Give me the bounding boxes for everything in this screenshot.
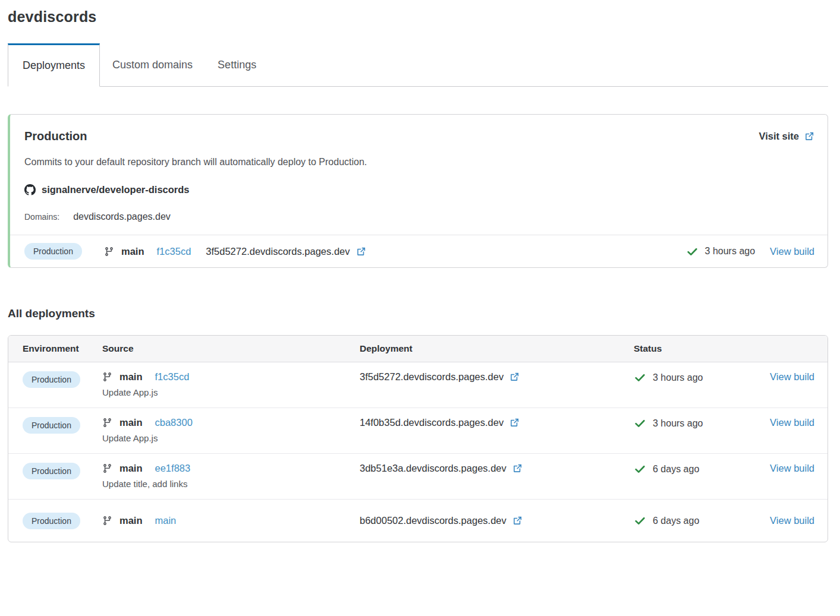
external-link-icon	[804, 131, 814, 141]
commit-link[interactable]: ee1f883	[155, 463, 191, 474]
deployment-row: Production main ee1f883 Update title, ad…	[8, 454, 828, 500]
deployment-url: 3f5d5272.devdiscords.pages.dev	[360, 371, 504, 383]
commit-link[interactable]: f1c35cd	[157, 246, 191, 257]
all-deployments-heading: All deployments	[8, 307, 828, 320]
deployment-time: 6 days ago	[653, 516, 699, 526]
environment-badge: Production	[24, 243, 82, 260]
view-build-link[interactable]: View build	[770, 515, 814, 526]
success-check-icon	[634, 417, 646, 429]
view-build-link[interactable]: View build	[770, 463, 814, 473]
view-build-link[interactable]: View build	[770, 371, 814, 382]
commit-link[interactable]: cba8300	[155, 417, 193, 428]
environment-badge: Production	[23, 371, 80, 388]
production-card-body: Production Visit site Commits to your de…	[10, 115, 828, 235]
branch-name: main	[119, 417, 143, 428]
external-link-icon	[509, 372, 520, 382]
repo-row: signalnerve/developer-discords	[24, 184, 814, 195]
branch-name: main	[119, 371, 143, 383]
tab-bar: Deployments Custom domains Settings	[8, 43, 828, 87]
domains-label: Domains:	[24, 212, 59, 222]
deployments-table: Environment Source Deployment Status Pro…	[8, 335, 828, 542]
success-check-icon	[634, 514, 646, 527]
success-check-icon	[634, 463, 646, 475]
deployments-table-header: Environment Source Deployment Status	[8, 336, 828, 362]
git-branch-icon	[102, 418, 112, 428]
deployment-url-link[interactable]: b6d00502.devdiscords.pages.dev	[360, 515, 523, 526]
deployment-row: Production main cba8300 Update App.js 14…	[8, 408, 828, 454]
production-card: Production Visit site Commits to your de…	[8, 114, 828, 268]
success-check-icon	[634, 371, 646, 384]
deployment-time: 3 hours ago	[705, 246, 756, 257]
commit-link[interactable]: f1c35cd	[155, 371, 190, 383]
external-link-icon	[356, 247, 366, 257]
external-link-icon	[509, 418, 520, 428]
page-root: devdiscords Deployments Custom domains S…	[0, 0, 840, 542]
deployments-table-body: Production main f1c35cd Update App.js 3f…	[8, 362, 828, 542]
domains-value: devdiscords.pages.dev	[73, 211, 171, 222]
column-header-source: Source	[102, 343, 360, 354]
visit-site-label: Visit site	[759, 131, 799, 142]
deployment-url-link[interactable]: 3db51e3a.devdiscords.pages.dev	[360, 463, 523, 474]
deployment-url: b6d00502.devdiscords.pages.dev	[360, 515, 506, 526]
deployment-url-link[interactable]: 3f5d5272.devdiscords.pages.dev	[360, 371, 520, 383]
external-link-icon	[512, 463, 523, 473]
view-build-link[interactable]: View build	[770, 246, 814, 257]
tab-settings[interactable]: Settings	[205, 43, 269, 86]
column-header-deployment: Deployment	[360, 343, 634, 354]
column-header-environment: Environment	[23, 343, 102, 354]
domains-row: Domains: devdiscords.pages.dev	[24, 211, 814, 222]
page-title: devdiscords	[8, 8, 828, 26]
external-link-icon	[512, 516, 523, 526]
deployment-time: 3 hours ago	[653, 418, 703, 429]
production-card-title: Production	[24, 129, 87, 143]
tab-deployments[interactable]: Deployments	[8, 43, 100, 87]
git-branch-icon	[104, 247, 114, 257]
commit-link[interactable]: main	[155, 515, 177, 526]
production-deployment-row: Production main f1c35cd 3f5d5272.devdisc…	[10, 235, 828, 267]
deployment-time: 6 days ago	[653, 464, 699, 475]
environment-badge: Production	[23, 513, 80, 529]
git-branch-icon	[102, 516, 112, 526]
view-build-link[interactable]: View build	[770, 417, 814, 428]
github-icon	[24, 184, 36, 195]
visit-site-link[interactable]: Visit site	[759, 131, 814, 142]
deployment-url-link[interactable]: 14f0b35d.devdiscords.pages.dev	[360, 417, 520, 428]
deployment-url: 14f0b35d.devdiscords.pages.dev	[360, 417, 504, 428]
deployment-url: 3f5d5272.devdiscords.pages.dev	[206, 246, 350, 257]
branch-name: main	[119, 515, 143, 526]
column-header-status: Status	[634, 343, 764, 354]
commit-message: Update App.js	[102, 387, 360, 397]
success-check-icon	[686, 245, 699, 258]
branch-name: main	[121, 246, 144, 257]
deployment-row: Production main main b6d00502.devdiscord…	[8, 500, 828, 542]
environment-badge: Production	[23, 463, 80, 479]
tab-custom-domains[interactable]: Custom domains	[100, 43, 205, 86]
git-branch-icon	[102, 372, 112, 382]
repo-link[interactable]: signalnerve/developer-discords	[42, 184, 190, 195]
deployment-time: 3 hours ago	[653, 372, 703, 383]
branch-name: main	[119, 463, 143, 474]
deployment-url-link[interactable]: 3f5d5272.devdiscords.pages.dev	[206, 246, 366, 257]
commit-message: Update title, add links	[102, 479, 360, 489]
deployment-row: Production main f1c35cd Update App.js 3f…	[8, 362, 828, 408]
commit-message: Update App.js	[102, 433, 360, 443]
environment-badge: Production	[23, 417, 80, 434]
git-branch-icon	[102, 463, 112, 473]
deployment-url: 3db51e3a.devdiscords.pages.dev	[360, 463, 506, 474]
production-card-description: Commits to your default repository branc…	[24, 157, 814, 168]
